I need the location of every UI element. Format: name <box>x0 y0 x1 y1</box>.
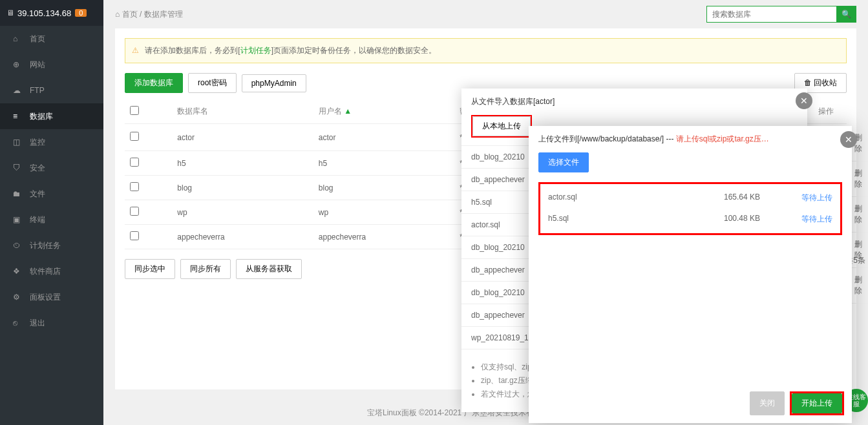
monitor-icon: ◫ <box>13 138 23 147</box>
search-box: 🔍 <box>706 6 856 23</box>
modal-title: 从文件导入数据库[actor] <box>461 88 807 115</box>
sidebar-item-site[interactable]: ⊕网站 <box>0 52 103 78</box>
db-name: wp <box>172 200 313 225</box>
db-name: appecheverra <box>172 225 313 249</box>
grid-icon: ❖ <box>13 267 23 276</box>
sidebar-item-store[interactable]: ❖软件商店 <box>0 258 103 284</box>
queue-item: actor.sql 165.64 KB 等待上传 <box>540 187 840 209</box>
delete-link[interactable]: 删除 <box>852 268 868 304</box>
monitor-icon: 🖥 <box>6 8 14 17</box>
upload-queue: actor.sql 165.64 KB 等待上传 h5.sql 100.48 K… <box>538 182 842 235</box>
upload-modal: ✕ 上传文件到[/www/backup/database/] --- 请上传sq… <box>529 126 852 423</box>
col-user[interactable]: 用户名 ▲ <box>313 99 455 124</box>
sidebar-item-ftp[interactable]: ☁FTP <box>0 78 103 103</box>
server-ip: 39.105.134.68 <box>17 8 71 18</box>
row-checkbox[interactable] <box>130 231 139 240</box>
sidebar-item-settings[interactable]: ⚙面板设置 <box>0 284 103 310</box>
db-user: wp <box>313 200 455 225</box>
root-password-button[interactable]: root密码 <box>188 73 237 93</box>
close-icon[interactable]: ✕ <box>796 92 812 109</box>
search-icon: 🔍 <box>842 10 851 19</box>
queue-item: h5.sql 100.48 KB 等待上传 <box>540 209 840 230</box>
row-checkbox[interactable] <box>130 207 139 216</box>
sidebar-item-home[interactable]: ⌂首页 <box>0 26 103 52</box>
db-name: h5 <box>172 151 313 176</box>
phpmyadmin-button[interactable]: phpMyAdmin <box>242 74 306 92</box>
sidebar-header: 🖥 39.105.134.68 0 <box>0 0 103 26</box>
start-upload-button[interactable]: 开始上传 <box>792 393 842 413</box>
warning-icon: ⚠ <box>132 46 139 55</box>
add-database-button[interactable]: 添加数据库 <box>125 73 183 93</box>
terminal-icon: ▣ <box>13 215 23 224</box>
fetch-server-button[interactable]: 从服务器获取 <box>236 259 302 279</box>
clock-icon: ⏲ <box>13 241 23 250</box>
trash-icon: 🗑 <box>804 78 812 87</box>
db-name: blog <box>172 176 313 200</box>
queue-status: 等待上传 <box>801 214 832 225</box>
home-icon: ⌂ <box>13 34 23 43</box>
queue-filename: actor.sql <box>548 192 724 203</box>
sidebar: 🖥 39.105.134.68 0 ⌂首页 ⊕网站 ☁FTP ≡数据库 ◫监控 … <box>0 0 103 425</box>
col-name[interactable]: 数据库名 <box>172 99 313 124</box>
breadcrumb-current: 数据库管理 <box>144 10 183 19</box>
home-icon: ⌂ <box>115 10 120 19</box>
row-checkbox[interactable] <box>130 182 139 191</box>
upload-local-button[interactable]: 从本地上传 <box>472 116 531 136</box>
folder-icon: 🖿 <box>13 189 23 198</box>
queue-status: 等待上传 <box>801 192 832 203</box>
database-icon: ≡ <box>13 112 23 121</box>
sidebar-item-monitor[interactable]: ◫监控 <box>0 129 103 155</box>
db-user: h5 <box>313 151 455 176</box>
db-user: appecheverra <box>313 225 455 249</box>
action-column-edge: 删除删除删除删除删除 <box>852 126 868 423</box>
row-checkbox[interactable] <box>130 158 139 167</box>
sidebar-item-terminal[interactable]: ▣终端 <box>0 207 103 233</box>
db-name: actor <box>172 124 313 151</box>
sort-icon: ▲ <box>344 107 352 116</box>
queue-filesize: 165.64 KB <box>724 192 801 203</box>
db-user: blog <box>313 176 455 200</box>
alert-banner: ⚠ 请在添加数据库后，务必到[计划任务]页面添加定时备份任务，以确保您的数据安全… <box>125 38 847 63</box>
sidebar-item-database[interactable]: ≡数据库 <box>0 103 103 129</box>
globe-icon: ⊕ <box>13 60 23 69</box>
sidebar-item-cron[interactable]: ⏲计划任务 <box>0 233 103 258</box>
breadcrumb-home[interactable]: 首页 <box>122 10 138 19</box>
queue-filename: h5.sql <box>548 214 724 225</box>
exit-icon: ⎋ <box>13 318 23 327</box>
queue-filesize: 100.48 KB <box>724 214 801 225</box>
delete-link[interactable]: 删除 <box>852 197 868 233</box>
alert-link[interactable]: 计划任务 <box>240 46 271 55</box>
select-file-button[interactable]: 选择文件 <box>538 152 589 172</box>
search-button[interactable]: 🔍 <box>836 6 856 22</box>
gear-icon: ⚙ <box>13 293 23 302</box>
sync-all-button[interactable]: 同步所有 <box>180 259 231 279</box>
sync-selected-button[interactable]: 同步选中 <box>125 259 175 279</box>
shield-icon: ⛉ <box>13 163 23 172</box>
sidebar-item-security[interactable]: ⛉安全 <box>0 155 103 181</box>
sidebar-item-logout[interactable]: ⎋退出 <box>0 310 103 336</box>
close-button[interactable]: 关闭 <box>750 391 785 415</box>
db-user: actor <box>313 124 455 151</box>
row-checkbox[interactable] <box>130 132 139 141</box>
select-all-checkbox[interactable] <box>130 106 139 115</box>
delete-link[interactable]: 删除 <box>852 161 868 197</box>
search-input[interactable] <box>707 6 836 22</box>
breadcrumb: ⌂ 首页 / 数据库管理 🔍 <box>103 0 868 28</box>
upload-path: 上传文件到[/www/backup/database/] --- 请上传sql或… <box>529 126 852 152</box>
cloud-icon: ☁ <box>13 86 23 95</box>
close-icon[interactable]: ✕ <box>840 131 857 148</box>
sidebar-item-files[interactable]: 🖿文件 <box>0 181 103 207</box>
notification-badge[interactable]: 0 <box>75 9 87 17</box>
